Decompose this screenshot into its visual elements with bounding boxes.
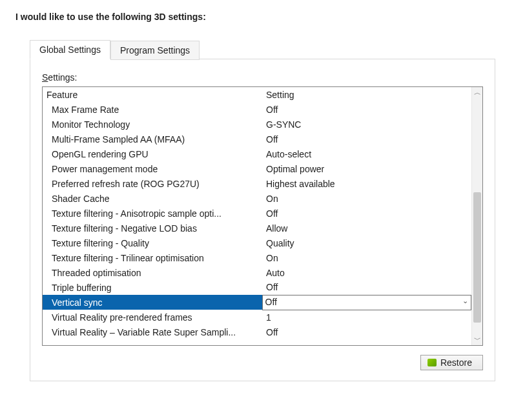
setting-cell: Auto bbox=[262, 265, 471, 280]
setting-cell: Highest available bbox=[262, 176, 471, 191]
setting-cell: Off bbox=[262, 325, 471, 339]
feature-cell: Power management mode bbox=[43, 161, 262, 176]
feature-cell: Vertical sync bbox=[43, 295, 262, 310]
panel-title: I would like to use the following 3D set… bbox=[15, 12, 510, 22]
feature-cell: Max Frame Rate bbox=[43, 102, 262, 117]
table-header-row: Feature Setting bbox=[43, 87, 471, 102]
table-row[interactable]: Texture filtering - QualityQuality bbox=[43, 235, 471, 250]
table-row[interactable]: Texture filtering - Anisotropic sample o… bbox=[43, 206, 471, 221]
chevron-down-icon: ⌄ bbox=[462, 297, 468, 305]
feature-cell: Texture filtering - Trilinear optimisati… bbox=[43, 250, 262, 265]
feature-cell: Shader Cache bbox=[43, 191, 262, 206]
nvidia-logo-icon bbox=[427, 359, 437, 366]
feature-cell: Threaded optimisation bbox=[43, 265, 262, 280]
feature-cell: Virtual Reality pre-rendered frames bbox=[43, 310, 262, 325]
setting-value: Off bbox=[265, 296, 277, 308]
setting-cell: On bbox=[262, 191, 471, 206]
table-row[interactable]: Triple bufferingOff bbox=[43, 280, 471, 295]
table-row[interactable]: Texture filtering - Trilinear optimisati… bbox=[43, 250, 471, 265]
setting-cell: Off bbox=[262, 132, 471, 146]
settings-list: Feature Setting Max Frame RateOffMonitor… bbox=[42, 86, 483, 346]
setting-cell: Off bbox=[262, 280, 471, 295]
tab-program-settings[interactable]: Program Settings bbox=[110, 41, 200, 60]
restore-button-label: Restore bbox=[440, 357, 472, 368]
scroll-up-icon[interactable]: ︿ bbox=[472, 87, 483, 98]
feature-cell: Monitor Technology bbox=[43, 117, 262, 132]
settings-list-body: Feature Setting Max Frame RateOffMonitor… bbox=[43, 87, 471, 345]
table-row[interactable]: Multi-Frame Sampled AA (MFAA)Off bbox=[43, 132, 471, 146]
table-row[interactable]: Texture filtering - Negative LOD biasAll… bbox=[43, 221, 471, 235]
table-row[interactable]: Virtual Reality pre-rendered frames1 bbox=[43, 310, 471, 325]
table-row[interactable]: Power management modeOptimal power bbox=[43, 161, 471, 176]
setting-cell: Allow bbox=[262, 221, 471, 235]
feature-cell: Texture filtering - Anisotropic sample o… bbox=[43, 206, 262, 221]
feature-cell: Virtual Reality – Variable Rate Super Sa… bbox=[43, 325, 262, 339]
feature-cell: Multi-Frame Sampled AA (MFAA) bbox=[43, 132, 262, 146]
setting-cell: Optimal power bbox=[262, 161, 471, 176]
setting-cell: G-SYNC bbox=[262, 117, 471, 132]
column-setting: Setting bbox=[262, 87, 471, 102]
scrollbar[interactable]: ︿ ﹀ bbox=[471, 87, 482, 345]
feature-cell: Texture filtering - Quality bbox=[43, 235, 262, 250]
setting-cell: 1 bbox=[262, 310, 471, 325]
table-row[interactable]: Virtual Reality – Variable Rate Super Sa… bbox=[43, 325, 471, 339]
tab-body: Settings: Feature Setting Max Frame Rate… bbox=[30, 59, 495, 381]
settings-label: Settings: bbox=[42, 72, 483, 83]
table-row[interactable]: Monitor TechnologyG-SYNC bbox=[43, 117, 471, 132]
setting-cell: Auto-select bbox=[262, 146, 471, 161]
feature-cell: OpenGL rendering GPU bbox=[43, 146, 262, 161]
setting-cell: On bbox=[262, 250, 471, 265]
footer: Restore bbox=[42, 355, 483, 370]
scroll-thumb[interactable] bbox=[473, 192, 481, 322]
table-row[interactable]: Max Frame RateOff bbox=[43, 102, 471, 117]
table-row[interactable]: OpenGL rendering GPUAuto-select bbox=[43, 146, 471, 161]
scroll-down-icon[interactable]: ﹀ bbox=[472, 334, 483, 345]
column-feature: Feature bbox=[43, 87, 262, 102]
setting-cell: Off bbox=[262, 102, 471, 117]
tabstrip: Global Settings Program Settings bbox=[30, 40, 510, 59]
tab-global-settings[interactable]: Global Settings bbox=[30, 40, 110, 59]
restore-button[interactable]: Restore bbox=[420, 355, 483, 370]
scroll-track[interactable] bbox=[472, 98, 482, 334]
feature-cell: Texture filtering - Negative LOD bias bbox=[43, 221, 262, 235]
feature-cell: Triple buffering bbox=[43, 280, 262, 295]
feature-cell: Preferred refresh rate (ROG PG27U) bbox=[43, 176, 262, 191]
setting-cell: Quality bbox=[262, 235, 471, 250]
table-row[interactable]: Shader CacheOn bbox=[43, 191, 471, 206]
table-row[interactable]: Vertical syncOff⌄ bbox=[43, 295, 471, 310]
table-row[interactable]: Threaded optimisationAuto bbox=[43, 265, 471, 280]
setting-dropdown[interactable]: Off⌄ bbox=[262, 295, 471, 310]
setting-cell: Off bbox=[262, 206, 471, 221]
settings-table: Feature Setting Max Frame RateOffMonitor… bbox=[43, 87, 471, 339]
table-row[interactable]: Preferred refresh rate (ROG PG27U)Highes… bbox=[43, 176, 471, 191]
settings-panel: I would like to use the following 3D set… bbox=[15, 12, 510, 381]
